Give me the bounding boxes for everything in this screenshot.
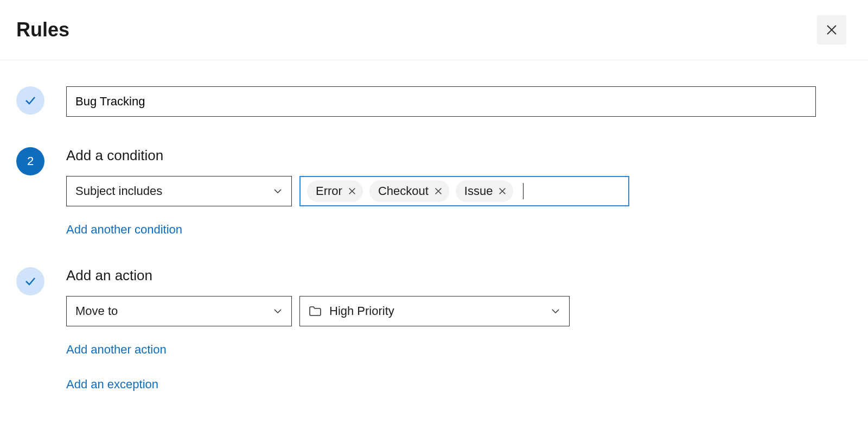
step-2-number: 2 [27, 154, 34, 168]
step-1-body [66, 86, 846, 117]
step-3-body: Add an action Move to High Priority Add … [66, 267, 846, 392]
tag-pill: Issue [456, 180, 514, 202]
action-folder-value: High Priority [329, 304, 394, 318]
step-2-title: Add a condition [66, 147, 846, 164]
step-2-body: Add a condition Subject includes Error C… [66, 147, 846, 237]
action-controls: Move to High Priority [66, 296, 846, 326]
folder-icon [309, 306, 322, 317]
add-another-action-link[interactable]: Add another action [66, 343, 846, 357]
tag-label: Error [316, 184, 342, 198]
add-another-condition-link[interactable]: Add another condition [66, 223, 846, 237]
step-2-badge: 2 [16, 147, 44, 175]
tag-label: Checkout [378, 184, 429, 198]
condition-tags-input[interactable]: Error Checkout Issue [299, 176, 629, 206]
chevron-down-icon [273, 306, 283, 316]
text-cursor [523, 183, 524, 199]
dialog-content: 2 Add a condition Subject includes Error [0, 60, 868, 433]
step-1-badge [16, 86, 44, 115]
rule-name-input[interactable] [66, 86, 816, 117]
close-icon [498, 187, 507, 195]
tag-pill: Error [307, 180, 363, 202]
condition-controls: Subject includes Error Checkout [66, 176, 846, 206]
chevron-down-icon [273, 186, 283, 196]
close-icon [348, 187, 356, 195]
tag-remove-button[interactable] [434, 187, 443, 195]
tag-label: Issue [464, 184, 493, 198]
action-folder-select[interactable]: High Priority [299, 296, 570, 326]
step-rule-name [16, 86, 846, 117]
step-3-title: Add an action [66, 267, 846, 284]
chevron-down-icon [551, 306, 560, 316]
tag-pill: Checkout [369, 180, 449, 202]
dialog-title: Rules [16, 18, 69, 41]
check-icon [24, 94, 37, 107]
check-icon [24, 275, 37, 288]
close-icon [434, 187, 443, 195]
action-type-value: Move to [75, 304, 118, 318]
step-3-badge [16, 267, 44, 295]
close-button[interactable] [817, 15, 846, 45]
step-action: Add an action Move to High Priority Add … [16, 267, 846, 392]
close-icon [825, 23, 838, 36]
tag-remove-button[interactable] [498, 187, 507, 195]
tag-remove-button[interactable] [348, 187, 356, 195]
action-type-select[interactable]: Move to [66, 296, 292, 326]
step-condition: 2 Add a condition Subject includes Error [16, 147, 846, 237]
condition-type-select[interactable]: Subject includes [66, 176, 292, 206]
condition-type-value: Subject includes [75, 184, 162, 198]
dialog-header: Rules [0, 0, 868, 60]
add-exception-link[interactable]: Add an exception [66, 377, 846, 392]
